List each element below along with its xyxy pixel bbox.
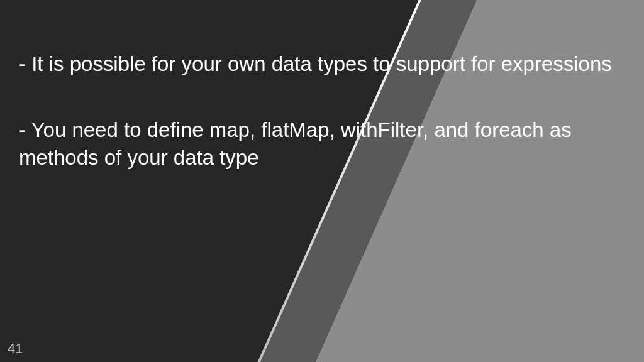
slide-content: - It is possible for your own data types…	[0, 0, 644, 172]
bullet-item: - It is possible for your own data types…	[19, 50, 625, 79]
page-number: 41	[8, 341, 23, 357]
bullet-item: - You need to define map, flatMap, withF…	[19, 116, 625, 172]
